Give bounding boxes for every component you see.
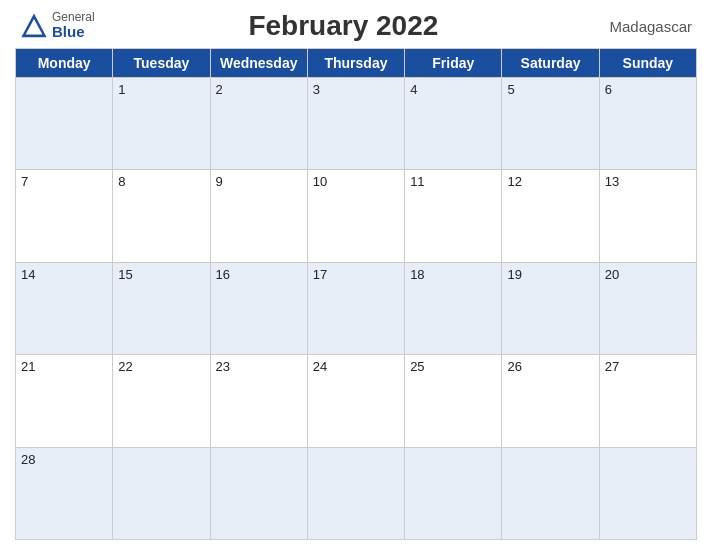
logo: General Blue <box>20 11 95 41</box>
day-number: 2 <box>216 82 223 97</box>
day-number: 5 <box>507 82 514 97</box>
logo-blue-text: Blue <box>52 24 95 41</box>
day-number: 8 <box>118 174 125 189</box>
calendar-cell <box>210 447 307 539</box>
calendar-week-2: 78910111213 <box>16 170 697 262</box>
calendar-cell: 23 <box>210 355 307 447</box>
calendar-cell: 17 <box>307 262 404 354</box>
calendar-cell: 2 <box>210 78 307 170</box>
day-number: 25 <box>410 359 424 374</box>
calendar-cell: 19 <box>502 262 599 354</box>
day-number: 12 <box>507 174 521 189</box>
calendar-cell: 9 <box>210 170 307 262</box>
calendar-cell: 1 <box>113 78 210 170</box>
calendar-cell: 28 <box>16 447 113 539</box>
day-header-tuesday: Tuesday <box>113 49 210 78</box>
calendar-cell: 11 <box>405 170 502 262</box>
calendar-cell <box>502 447 599 539</box>
day-number: 16 <box>216 267 230 282</box>
day-number: 15 <box>118 267 132 282</box>
days-header-row: MondayTuesdayWednesdayThursdayFridaySatu… <box>16 49 697 78</box>
day-header-monday: Monday <box>16 49 113 78</box>
calendar-title: February 2022 <box>95 10 592 42</box>
day-header-friday: Friday <box>405 49 502 78</box>
day-number: 19 <box>507 267 521 282</box>
day-header-thursday: Thursday <box>307 49 404 78</box>
calendar-cell: 6 <box>599 78 696 170</box>
generalblue-icon <box>20 12 48 40</box>
day-number: 17 <box>313 267 327 282</box>
day-number: 9 <box>216 174 223 189</box>
calendar-cell: 16 <box>210 262 307 354</box>
calendar-cell <box>405 447 502 539</box>
calendar-cell: 14 <box>16 262 113 354</box>
day-number: 18 <box>410 267 424 282</box>
calendar-cell: 22 <box>113 355 210 447</box>
day-number: 3 <box>313 82 320 97</box>
day-header-wednesday: Wednesday <box>210 49 307 78</box>
calendar-cell: 3 <box>307 78 404 170</box>
calendar-cell <box>16 78 113 170</box>
day-number: 11 <box>410 174 424 189</box>
calendar-cell: 24 <box>307 355 404 447</box>
calendar-cell <box>113 447 210 539</box>
calendar-cell: 26 <box>502 355 599 447</box>
day-number: 13 <box>605 174 619 189</box>
calendar-cell: 4 <box>405 78 502 170</box>
calendar-cell <box>307 447 404 539</box>
calendar-cell: 25 <box>405 355 502 447</box>
day-number: 6 <box>605 82 612 97</box>
calendar-cell: 10 <box>307 170 404 262</box>
calendar-cell: 12 <box>502 170 599 262</box>
calendar-cell: 15 <box>113 262 210 354</box>
calendar-cell: 27 <box>599 355 696 447</box>
day-number: 1 <box>118 82 125 97</box>
day-number: 21 <box>21 359 35 374</box>
day-number: 22 <box>118 359 132 374</box>
calendar-cell: 21 <box>16 355 113 447</box>
day-header-sunday: Sunday <box>599 49 696 78</box>
calendar-cell: 7 <box>16 170 113 262</box>
day-number: 27 <box>605 359 619 374</box>
country-label: Madagascar <box>592 18 692 35</box>
calendar-cell: 20 <box>599 262 696 354</box>
calendar-cell: 13 <box>599 170 696 262</box>
day-header-saturday: Saturday <box>502 49 599 78</box>
calendar-cell: 8 <box>113 170 210 262</box>
calendar-cell: 18 <box>405 262 502 354</box>
day-number: 10 <box>313 174 327 189</box>
calendar-week-5: 28 <box>16 447 697 539</box>
day-number: 7 <box>21 174 28 189</box>
day-number: 20 <box>605 267 619 282</box>
day-number: 26 <box>507 359 521 374</box>
day-number: 14 <box>21 267 35 282</box>
calendar-week-3: 14151617181920 <box>16 262 697 354</box>
calendar-week-4: 21222324252627 <box>16 355 697 447</box>
day-number: 4 <box>410 82 417 97</box>
day-number: 28 <box>21 452 35 467</box>
page-header: General Blue February 2022 Madagascar <box>15 10 697 42</box>
day-number: 23 <box>216 359 230 374</box>
day-number: 24 <box>313 359 327 374</box>
calendar-table: MondayTuesdayWednesdayThursdayFridaySatu… <box>15 48 697 540</box>
calendar-week-1: 123456 <box>16 78 697 170</box>
calendar-cell: 5 <box>502 78 599 170</box>
calendar-cell <box>599 447 696 539</box>
